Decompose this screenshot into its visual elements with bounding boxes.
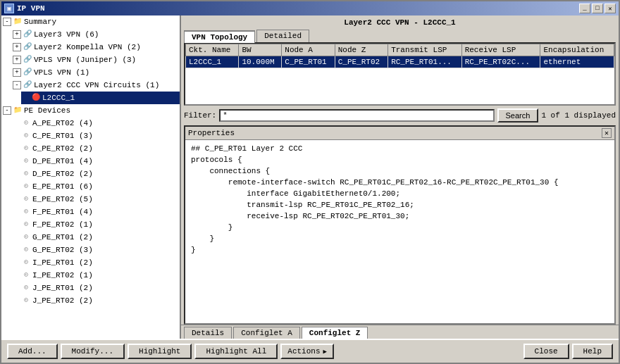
tree-label-gpe_rt02: G_PE_RT02 (3) bbox=[32, 244, 93, 256]
tree-item-l2ccc1[interactable]: 🔴 L2CCC_1 bbox=[21, 92, 180, 104]
tree-label-ipe_rt02: I_PE_RT02 (1) bbox=[32, 270, 93, 281]
tree-item-jpe_rt02[interactable]: ⊙ J_PE_RT02 (2) bbox=[11, 294, 180, 307]
tree-item-epe_rt02[interactable]: ⊙ E_PE_RT02 (5) bbox=[11, 193, 180, 206]
tab-detailed[interactable]: Detailed bbox=[256, 30, 309, 42]
col-node-z: Node Z bbox=[335, 44, 388, 56]
tree-label-dpe_rt01: D_PE_RT01 (4) bbox=[32, 156, 93, 167]
highlight-all-button[interactable]: Highlight All bbox=[194, 344, 278, 359]
device-icon-gpe_rt01: ⊙ bbox=[21, 232, 31, 242]
cell-node-a: C_PE_RT01 bbox=[282, 56, 335, 68]
device-icon-cpe_rt01: ⊙ bbox=[21, 131, 31, 141]
tab-vpn-topology[interactable]: VPN Topology bbox=[184, 30, 255, 43]
properties-close-button[interactable]: ✕ bbox=[602, 128, 612, 138]
cell-encapsulation: ethernet bbox=[540, 56, 614, 68]
tree-item-epe_rt01[interactable]: ⊙ E_PE_RT01 (6) bbox=[11, 180, 180, 193]
cell-ckt-name: L2CCC_1 bbox=[186, 56, 239, 68]
filter-bar: Filter: Search 1 of 1 displayed bbox=[181, 106, 619, 125]
properties-panel: Properties ✕ ## C_PE_RT01 Layer 2 CCC pr… bbox=[184, 125, 616, 325]
tree-label-epe_rt01: E_PE_RT01 (6) bbox=[32, 181, 93, 192]
actions-arrow-icon: ▶ bbox=[323, 348, 327, 356]
app-icon: ▣ bbox=[4, 4, 14, 13]
tree-item-vplsvpn[interactable]: + 🔗 VPLS VPN (1) bbox=[11, 66, 180, 79]
filter-input[interactable] bbox=[219, 109, 494, 122]
tree-item-ipe_rt02[interactable]: ⊙ I_PE_RT02 (1) bbox=[11, 269, 180, 282]
tree-item-gpe_rt01[interactable]: ⊙ G_PE_RT01 (2) bbox=[11, 231, 180, 244]
tree-item-layer2kompella[interactable]: + 🔗 Layer2 Kompella VPN (2) bbox=[11, 41, 180, 54]
prop-tab-details[interactable]: Details bbox=[184, 327, 232, 339]
tree-item-ape_rt02[interactable]: ⊙ A_PE_RT02 (4) bbox=[11, 117, 180, 130]
folder-icon: 📁 bbox=[13, 17, 23, 27]
tree-item-dpe_rt01[interactable]: ⊙ D_PE_RT01 (4) bbox=[11, 155, 180, 168]
right-panel: Layer2 CCC VPN - L2CCC_1 VPN Topology De… bbox=[181, 15, 619, 339]
tree-label-layer2ccc: Layer2 CCC VPN Circuits (1) bbox=[34, 80, 159, 91]
tree-label-cpe_rt02: C_PE_RT02 (2) bbox=[32, 143, 93, 154]
modify-button[interactable]: Modify... bbox=[61, 344, 125, 359]
device-icon-epe_rt01: ⊙ bbox=[21, 182, 31, 192]
vpn-icon-layer3: 🔗 bbox=[23, 30, 32, 39]
title-bar: ▣ IP VPN _ □ ✕ bbox=[1, 1, 619, 15]
expander-pedevices[interactable]: - bbox=[3, 106, 11, 115]
cell-node-z: C_PE_RT02 bbox=[335, 56, 388, 68]
tree-label-jpe_rt02: J_PE_RT02 (2) bbox=[32, 295, 93, 306]
tree-label-layer3vpn: Layer3 VPN (6) bbox=[34, 29, 99, 40]
col-ckt-name: Ckt. Name bbox=[186, 44, 239, 56]
tree-item-fpe_rt01[interactable]: ⊙ F_PE_RT01 (4) bbox=[11, 206, 180, 218]
tree-label-vplsvpn: VPLS VPN (1) bbox=[34, 67, 89, 78]
tree-item-layer2ccc[interactable]: - 🔗 Layer2 CCC VPN Circuits (1) bbox=[11, 79, 180, 92]
prop-tab-configlet-a[interactable]: Configlet A bbox=[233, 327, 300, 339]
expander-layer3vpn[interactable]: + bbox=[13, 30, 21, 39]
expander-summary[interactable]: - bbox=[3, 18, 11, 26]
tree-root-summary[interactable]: - 📁 Summary bbox=[1, 15, 180, 28]
cell-transmit-lsp: RC_PE_RT01... bbox=[388, 56, 462, 68]
prop-tab-configlet-z[interactable]: Configlet Z bbox=[302, 327, 368, 339]
restore-button[interactable]: □ bbox=[592, 4, 603, 13]
window-body: - 📁 Summary + 🔗 Layer3 VPN (6) + 🔗 Layer… bbox=[1, 15, 619, 339]
tree-label-dpe_rt02: D_PE_RT02 (2) bbox=[32, 168, 93, 180]
window-controls: _ □ ✕ bbox=[579, 4, 616, 13]
help-button[interactable]: Help bbox=[572, 344, 613, 359]
properties-tab-bar: Details Configlet A Configlet Z bbox=[181, 325, 619, 339]
tree-label-epe_rt02: E_PE_RT02 (5) bbox=[32, 194, 93, 205]
tree-label-vplsjuniper: VPLS VPN (Juniper) (3) bbox=[34, 54, 136, 65]
tree-item-jpe_rt01[interactable]: ⊙ J_PE_RT01 (2) bbox=[11, 282, 180, 294]
highlight-button[interactable]: Highlight bbox=[128, 344, 192, 359]
expander-layer2kompella[interactable]: + bbox=[13, 43, 21, 51]
device-icon-dpe_rt02: ⊙ bbox=[21, 169, 31, 179]
device-icon-fpe_rt01: ⊙ bbox=[21, 207, 31, 217]
bottom-toolbar: Add... Modify... Highlight Highlight All… bbox=[1, 339, 619, 363]
col-encapsulation: Encapsulation bbox=[540, 44, 614, 56]
table-row[interactable]: L2CCC_1 10.000M C_PE_RT01 C_PE_RT02 RC_P… bbox=[186, 56, 614, 68]
col-transmit-lsp: Transmit LSP bbox=[388, 44, 462, 56]
tree-item-gpe_rt02[interactable]: ⊙ G_PE_RT02 (3) bbox=[11, 244, 180, 256]
tree-item-layer3vpn[interactable]: + 🔗 Layer3 VPN (6) bbox=[11, 28, 180, 41]
cell-receive-lsp: RC_PE_RT02C... bbox=[461, 56, 540, 68]
device-icon-gpe_rt02: ⊙ bbox=[21, 245, 31, 255]
tree-label-ipe_rt01: I_PE_RT01 (2) bbox=[32, 257, 93, 268]
minimize-button[interactable]: _ bbox=[579, 4, 590, 13]
tree-item-pedevices[interactable]: - 📁 PE Devices bbox=[1, 104, 180, 117]
expander-vplsjuniper[interactable]: + bbox=[13, 56, 21, 64]
add-button[interactable]: Add... bbox=[7, 344, 58, 359]
tree-item-fpe_rt02[interactable]: ⊙ F_PE_RT02 (1) bbox=[11, 218, 180, 231]
actions-button[interactable]: Actions ▶ bbox=[280, 344, 334, 359]
expander-vplsvpn[interactable]: + bbox=[13, 68, 21, 77]
window-title: IP VPN bbox=[17, 4, 45, 13]
close-window-button[interactable]: ✕ bbox=[604, 4, 616, 13]
expander-layer2ccc[interactable]: - bbox=[13, 81, 21, 89]
col-bw: BW bbox=[239, 44, 282, 56]
filter-count: 1 of 1 displayed bbox=[541, 111, 616, 120]
tree-item-ipe_rt01[interactable]: ⊙ I_PE_RT01 (2) bbox=[11, 256, 180, 269]
tree-label-fpe_rt01: F_PE_RT01 (4) bbox=[32, 206, 93, 218]
tree-item-vplsjuniper[interactable]: + 🔗 VPLS VPN (Juniper) (3) bbox=[11, 54, 180, 66]
tree-item-dpe_rt02[interactable]: ⊙ D_PE_RT02 (2) bbox=[11, 168, 180, 180]
close-button[interactable]: Close bbox=[523, 344, 569, 359]
device-icon-fpe_rt02: ⊙ bbox=[21, 220, 31, 230]
tree-item-cpe_rt02[interactable]: ⊙ C_PE_RT02 (2) bbox=[11, 142, 180, 155]
vpn-icon-vplsvpn: 🔗 bbox=[23, 68, 32, 77]
tree-item-cpe_rt01[interactable]: ⊙ C_PE_RT01 (3) bbox=[11, 130, 180, 142]
main-tab-bar: VPN Topology Detailed bbox=[181, 30, 619, 42]
col-node-a: Node A bbox=[282, 44, 335, 56]
col-receive-lsp: Receive LSP bbox=[461, 44, 540, 56]
tree-label-cpe_rt01: C_PE_RT01 (3) bbox=[32, 130, 93, 142]
search-button[interactable]: Search bbox=[497, 108, 539, 123]
